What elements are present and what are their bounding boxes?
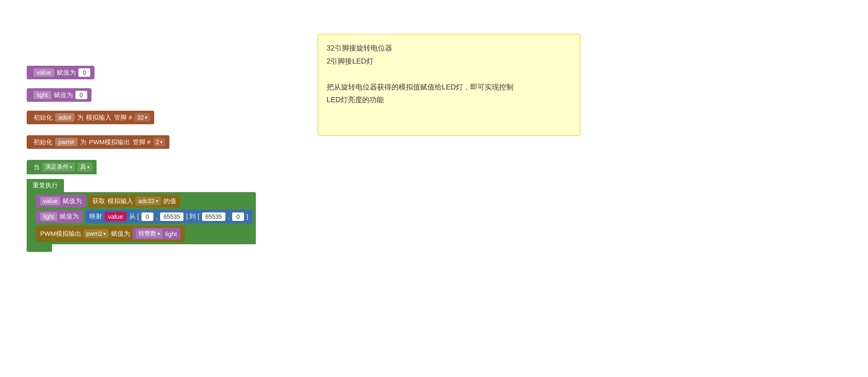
to-65535[interactable]: 65535 xyxy=(202,212,225,221)
true-dropdown[interactable]: 真 xyxy=(78,162,92,172)
row-pwm-out: PWM模拟输出 pwm2 赋值为 转整数 light xyxy=(36,226,252,242)
block-light-assign: light 赋值为 0 xyxy=(27,88,92,102)
value-text: 的值 xyxy=(164,197,176,205)
init-adc-text: 初始化 xyxy=(33,114,53,122)
adc32-dropdown[interactable]: adc32 xyxy=(136,197,161,205)
adc-hash: adc# xyxy=(55,113,75,122)
note-box[interactable]: 32引脚接旋转电位器 2引脚接LED灯 把从旋转电位器获得的模拟值赋值给LED灯… xyxy=(318,34,580,136)
init-pwm-text: 初始化 xyxy=(33,138,53,146)
repeat-text: 重复执行 xyxy=(33,182,58,190)
var-light-label: light xyxy=(33,91,51,99)
condition-dropdown[interactable]: 满足条件 xyxy=(42,162,75,172)
note-line4: 把从旋转电位器获得的模拟值赋值给LED灯，即可实现控制 xyxy=(327,81,571,94)
assign-text2: 赋值为 xyxy=(111,230,130,238)
note-line5: LED灯亮度的功能 xyxy=(327,94,571,107)
loop-body: value 赋值为 获取 模拟输入 adc32 的值 light 赋值为 xyxy=(27,192,256,244)
to-int-dropdown[interactable]: 转整数 xyxy=(136,229,163,238)
pin-text-2: 管脚 # xyxy=(133,138,151,146)
assign-label-2: 赋值为 xyxy=(54,91,73,99)
block-init-pwm: 初始化 pwm# 为 PWM模拟输出 管脚 # 2 xyxy=(27,135,169,149)
loop-bar xyxy=(27,192,33,244)
from-0[interactable]: 0 xyxy=(141,212,153,221)
loop-footer xyxy=(27,244,52,252)
loop-content: value 赋值为 获取 模拟输入 adc32 的值 light 赋值为 xyxy=(33,192,256,244)
analog-in-text: 模拟输入 xyxy=(108,197,133,205)
to-0[interactable]: 0 xyxy=(232,212,244,221)
pin32-dropdown[interactable]: 32 xyxy=(135,113,150,122)
loop-container: 重复执行 value 赋值为 获取 模拟输入 adc32 xyxy=(27,179,256,252)
analog-input-text: 模拟输入 xyxy=(86,114,111,122)
when-text: 当 xyxy=(33,163,40,171)
for-text-1: 为 xyxy=(77,114,83,122)
var-value-label: value xyxy=(33,68,54,77)
value-assign-label: value xyxy=(40,197,60,205)
light-zero[interactable]: 0 xyxy=(75,91,87,99)
pwm-hash: pwm# xyxy=(55,138,78,146)
block-value-assign: value 赋值为 0 xyxy=(27,66,94,79)
from-bracket: 从 [ xyxy=(129,212,139,221)
pwm-out-text: PWM模拟输出 xyxy=(40,230,81,238)
pin2-dropdown[interactable]: 2 xyxy=(153,138,166,146)
assign-label-1: 赋值为 xyxy=(57,69,76,77)
end-bracket: ] xyxy=(247,213,248,220)
to-bracket: ] 到 [ xyxy=(186,212,200,221)
assign-label-4: 赋值为 xyxy=(60,212,79,221)
assign-label-3: 赋值为 xyxy=(63,197,82,205)
pwm-text: PWM模拟输出 xyxy=(89,138,130,146)
block-when: 当 满足条件 真 xyxy=(27,160,97,174)
row-value-get: value 赋值为 获取 模拟输入 adc32 的值 xyxy=(36,195,252,207)
note-line2: 2引脚接LED灯 xyxy=(327,55,571,68)
value-pink: value xyxy=(108,213,123,220)
from-65535[interactable]: 65535 xyxy=(160,212,183,221)
comma2: , xyxy=(228,213,230,220)
map-text: 映射 xyxy=(89,212,102,221)
workspace: 32引脚接旋转电位器 2引脚接LED灯 把从旋转电位器获得的模拟值赋值给LED灯… xyxy=(0,0,868,377)
note-line1: 32引脚接旋转电位器 xyxy=(327,42,571,55)
note-line3 xyxy=(327,68,571,81)
light-assign-label: light xyxy=(40,212,57,221)
value-zero-1[interactable]: 0 xyxy=(78,68,90,77)
comma1: , xyxy=(156,213,158,220)
light-value: light xyxy=(165,230,177,237)
pin-text-1: 管脚 # xyxy=(114,114,132,122)
repeat-header: 重复执行 xyxy=(27,179,64,192)
get-text: 获取 xyxy=(92,197,105,205)
row-light-map: light 赋值为 映射 value 从 [ 0 , 65535 ] 到 [ 6… xyxy=(36,209,252,223)
for-text-2: 为 xyxy=(80,138,86,146)
block-init-adc: 初始化 adc# 为 模拟输入 管脚 # 32 xyxy=(27,111,154,124)
pwm2-dropdown[interactable]: pwm2 xyxy=(84,229,108,238)
